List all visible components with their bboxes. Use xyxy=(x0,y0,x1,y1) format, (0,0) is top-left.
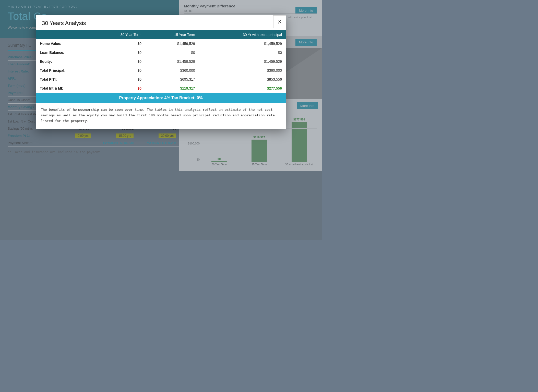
col-header-30yr: 30 Year Term xyxy=(92,30,146,39)
col-header-extra: 30 Yr with extra principal xyxy=(199,30,286,39)
row-val-eq-2: $1,459,529 xyxy=(146,57,199,66)
row-label-home-value: Home Value: xyxy=(36,39,92,48)
modal-overlay: X 30 Years Analysis 30 Year Term 15 Year… xyxy=(0,0,322,240)
row-val-lb-3: $0 xyxy=(199,48,286,57)
table-row: Home Value: $0 $1,459,529 $1,459,529 xyxy=(36,39,286,48)
row-val-ti-1: $0 xyxy=(92,84,146,93)
row-val-tp-1: $0 xyxy=(92,66,146,75)
appreciation-bar: Property Appreciation: 4% Tax Bracket: 0… xyxy=(36,93,286,103)
row-label-total-principal: Total Principal: xyxy=(36,66,92,75)
row-val-hv-1: $0 xyxy=(92,39,146,48)
row-val-hv-2: $1,459,529 xyxy=(146,39,199,48)
table-row: Loan Balance: $0 $0 $0 xyxy=(36,48,286,57)
row-label-total-int: Total Int & MI: xyxy=(36,84,92,93)
row-val-hv-3: $1,459,529 xyxy=(199,39,286,48)
row-val-lb-1: $0 xyxy=(92,48,146,57)
row-val-piti-2: $695,317 xyxy=(146,75,199,84)
col-header-15yr: 15 Year Term xyxy=(146,30,199,39)
table-row: Total Principal: $0 $360,000 $360,000 xyxy=(36,66,286,75)
row-val-lb-2: $0 xyxy=(146,48,199,57)
modal-description: The benefits of homeownership can be see… xyxy=(36,103,286,129)
row-val-tp-2: $360,000 xyxy=(146,66,199,75)
row-val-ti-2: $119,317 xyxy=(146,84,199,93)
row-val-piti-3: $853,556 xyxy=(199,75,286,84)
row-val-piti-1: $0 xyxy=(92,75,146,84)
table-row: Equity: $0 $1,459,529 $1,459,529 xyxy=(36,57,286,66)
modal-title: 30 Years Analysis xyxy=(36,15,286,30)
row-val-ti-3: $277,556 xyxy=(199,84,286,93)
row-val-eq-1: $0 xyxy=(92,57,146,66)
row-label-loan-balance: Loan Balance: xyxy=(36,48,92,57)
modal-close-button[interactable]: X xyxy=(273,15,286,28)
analysis-table: 30 Year Term 15 Year Term 30 Yr with ext… xyxy=(36,30,286,93)
analysis-modal: X 30 Years Analysis 30 Year Term 15 Year… xyxy=(36,15,286,129)
col-header-empty xyxy=(36,30,92,39)
row-val-eq-3: $1,459,529 xyxy=(199,57,286,66)
row-label-total-piti: Total PITI: xyxy=(36,75,92,84)
table-row: Total PITI: $0 $695,317 $853,556 xyxy=(36,75,286,84)
total-int-row: Total Int & MI: $0 $119,317 $277,556 xyxy=(36,84,286,93)
row-val-tp-3: $360,000 xyxy=(199,66,286,75)
row-label-equity: Equity: xyxy=(36,57,92,66)
